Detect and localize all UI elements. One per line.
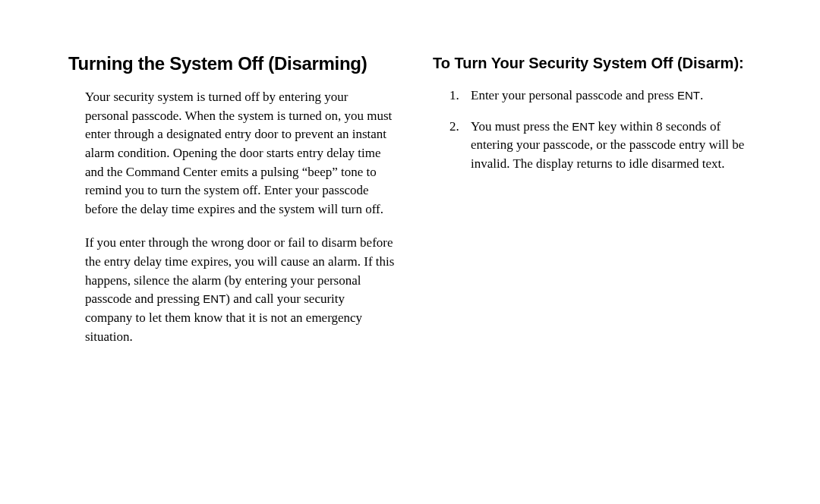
step-1-text-b: . (700, 88, 703, 102)
step-1-text: Enter your personal passcode and press E… (471, 87, 752, 106)
step-2-text: You must press the ENT key within 8 seco… (471, 118, 752, 174)
ent-key-label: ENT (677, 89, 700, 102)
step-2-number: 2. (449, 118, 471, 174)
steps-list: 1. Enter your personal passcode and pres… (449, 87, 752, 174)
intro-paragraph-2: If you enter through the wrong door or f… (85, 234, 395, 346)
sub-heading: To Turn Your Security System Off (Disarm… (433, 53, 752, 73)
step-1-text-a: Enter your personal passcode and press (471, 88, 677, 102)
main-heading: Turning the System Off (Disarming) (68, 53, 395, 74)
intro-paragraph-1: Your security system is turned off by en… (85, 88, 395, 219)
two-column-layout: Turning the System Off (Disarming) Your … (68, 53, 752, 361)
ent-key-label: ENT (203, 292, 226, 305)
left-column: Turning the System Off (Disarming) Your … (68, 53, 395, 361)
step-2: 2. You must press the ENT key within 8 s… (449, 118, 752, 174)
step-2-text-a: You must press the (471, 119, 572, 134)
ent-key-label: ENT (572, 120, 594, 133)
right-column: To Turn Your Security System Off (Disarm… (433, 53, 752, 361)
step-1-number: 1. (449, 87, 471, 106)
step-1: 1. Enter your personal passcode and pres… (449, 87, 752, 106)
